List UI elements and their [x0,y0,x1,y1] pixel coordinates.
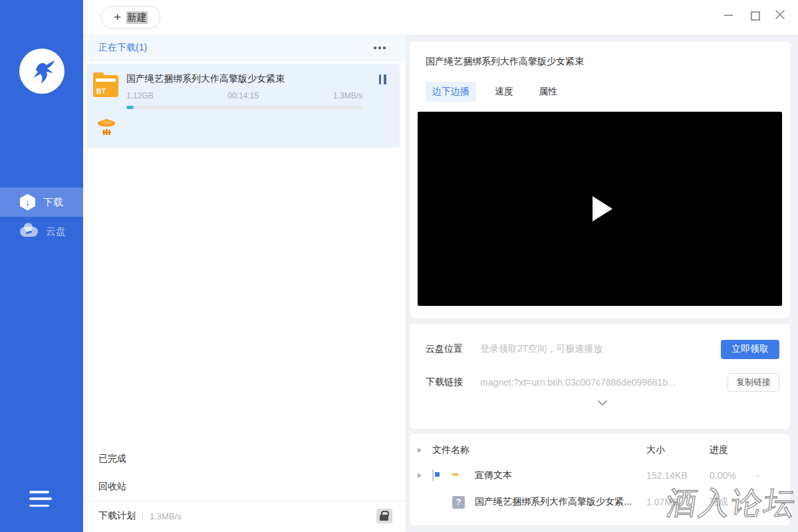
collapse-all-icon[interactable] [418,448,432,453]
cloud-location-row: 云盘位置 登录领取2T空间，可极速播放 立即领取 [426,340,779,358]
file-list-header: 文件名称 大小 进度 [418,443,782,458]
window-controls [723,9,786,21]
plus-icon: + [114,11,121,23]
new-task-label: 新建 [126,11,148,24]
menu-icon[interactable] [29,491,52,507]
sidebar-nav: ↓ 下载 云盘 [0,188,83,246]
download-size: 1.12GB [126,91,154,100]
preview-card: 国产绳艺捆绑系列大作高擎版少女紧束 边下边播 速度 属性 [410,41,790,318]
file-row-video[interactable]: ? 国产绳艺捆绑系列大作高擎版少女紧... 1.07MB 完成 [418,493,782,511]
recycle-bin-item[interactable]: 回收站 [83,473,406,501]
expand-details-button[interactable] [426,400,779,406]
plan-speed: 1.3MB/s [150,511,182,521]
downloading-header: 正在下载(1) [83,35,406,61]
downloading-title: 正在下载(1) [98,42,147,54]
cloud-location-label: 云盘位置 [426,343,471,355]
file-row-folder[interactable]: 宣傳文本 152.14KB 0.00% - [418,467,782,484]
play-icon[interactable] [593,196,612,221]
download-task-item[interactable]: BT 国产绳艺捆绑系列大作高擎版少女紧束 1.12GB 00:14:15 1.3… [86,64,400,148]
recycle-bin-label: 回收站 [98,481,126,491]
sidebar-item-download[interactable]: ↓ 下载 [0,188,83,217]
column-size: 大小 [646,444,710,456]
download-task-name: 国产绳艺捆绑系列大作高擎版少女紧束 [126,73,285,85]
download-panel-footer: 已完成 回收站 下载计划 1.3MB/s [83,445,406,532]
completed-item[interactable]: 已完成 [83,445,406,473]
download-task-main: 国产绳艺捆绑系列大作高擎版少女紧束 1.12GB 00:14:15 1.3MB/… [126,73,388,109]
cloud-icon [20,227,38,237]
file-name: 国产绳艺捆绑系列大作高擎版少女紧... [475,496,646,508]
download-link-row: 下载链接 magnet:?xt=urn:btih:03c007c7886de09… [426,373,779,392]
more-options-icon[interactable] [374,44,386,52]
video-player[interactable] [418,112,782,306]
detail-panel: 国产绳艺捆绑系列大作高擎版少女紧束 边下边播 速度 属性 云盘位置 登录领取2T… [406,35,798,532]
pause-icon[interactable] [377,74,388,85]
download-speed: 1.3MB/s [333,91,362,100]
maximize-icon[interactable] [749,9,760,21]
sidebar-item-label: 云盘 [46,225,66,238]
tab-play-while-download[interactable]: 边下边播 [426,82,476,102]
file-size: 1.07MB [646,497,710,507]
tab-properties[interactable]: 属性 [532,82,564,102]
minimize-icon[interactable] [723,9,734,21]
file-extra: - [756,470,782,481]
hummingbird-logo-icon [27,56,57,86]
topbar: + 新建 [83,0,798,35]
column-progress: 进度 [710,444,756,456]
sidebar-item-cloud[interactable]: 云盘 [0,217,83,246]
app-logo [19,49,65,94]
bt-folder-icon: BT [93,75,118,97]
copy-link-button[interactable]: 复制链接 [728,373,779,392]
info-card: 云盘位置 登录领取2T空间，可极速播放 立即领取 下载链接 magnet:?xt… [410,324,790,429]
download-list-panel: 正在下载(1) BT 国产绳艺捆绑系列大作高擎版少女紧束 1.12GB 00:1… [83,35,406,532]
ufo-badge-icon [94,114,118,138]
download-eta: 00:14:15 [227,91,259,100]
file-progress: 完成 [710,496,756,508]
detail-tabs: 边下边播 速度 属性 [410,82,790,102]
close-icon[interactable] [775,9,786,21]
download-plan-row: 下载计划 1.3MB/s [83,501,406,532]
completed-label: 已完成 [98,453,126,464]
task-title: 国产绳艺捆绑系列大作高擎版少女紧束 [410,41,790,68]
download-task-info: 1.12GB 00:14:15 1.3MB/s [126,91,362,100]
download-plan-label[interactable]: 下载计划 [98,510,136,522]
file-size: 152.14KB [646,470,710,481]
checkbox-indeterminate[interactable] [432,469,434,481]
sidebar-item-label: 下载 [43,196,63,209]
file-list-card: 文件名称 大小 进度 宣傳文本 152.14KB 0.00% - ? 国产绳艺捆… [410,434,790,525]
progress-bar [126,106,362,109]
download-link-label: 下载链接 [426,376,471,388]
expand-row-icon[interactable] [418,473,432,478]
claim-now-button[interactable]: 立即领取 [721,340,779,359]
tab-speed[interactable]: 速度 [488,82,520,102]
cloud-location-placeholder: 登录领取2T空间，可极速播放 [480,343,721,355]
unknown-file-icon: ? [452,496,465,509]
file-name: 宣傳文本 [475,469,646,481]
file-progress: 0.00% [710,470,756,481]
chevron-down-icon [597,400,608,406]
sidebar: ↓ 下载 云盘 [0,0,83,532]
progress-fill [126,106,134,109]
download-link-value: magnet:?xt=urn:btih:03c007c7886de099681b… [480,377,728,388]
lock-icon[interactable] [376,509,392,523]
download-icon: ↓ [20,194,35,211]
new-task-button[interactable]: + 新建 [101,6,160,29]
column-file-name: 文件名称 [432,444,646,456]
divider [142,511,143,521]
